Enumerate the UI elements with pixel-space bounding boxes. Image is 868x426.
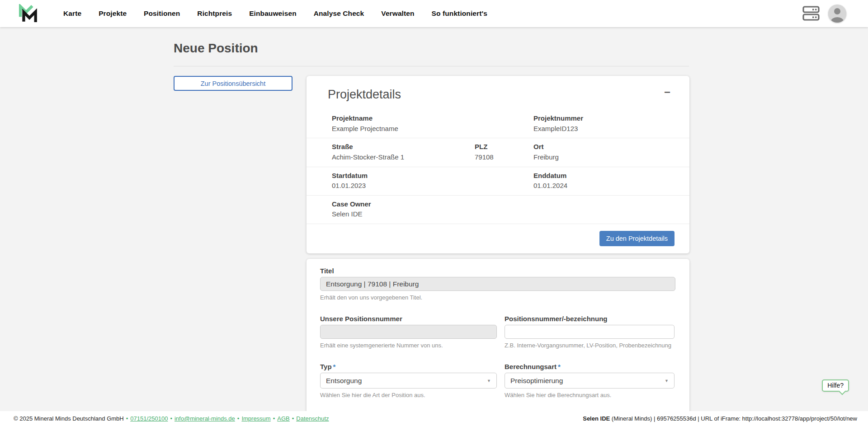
nav-item-verwalten[interactable]: Verwalten [381, 9, 414, 18]
footer-session-details: (Mineral Minds) | 69576255536d | URL of … [610, 415, 857, 422]
project-row-dates: Startdatum 01.01.2023 Enddatum 01.01.202… [307, 167, 689, 196]
nav-item-karte[interactable]: Karte [63, 9, 81, 18]
mineral-minds-logo-icon[interactable] [18, 4, 40, 23]
field-projektname: Projektname Example Projectname [332, 113, 475, 133]
footer-link-email[interactable]: info@mineral-minds.de [175, 415, 235, 422]
positionsnummer-input[interactable] [505, 325, 675, 339]
unsere-positionsnummer-label: Unsere Positionsnummer [320, 315, 497, 323]
chevron-down-icon: ▼ [487, 379, 491, 383]
avatar-head-shape [834, 8, 840, 14]
footer-link-impressum[interactable]: Impressum [241, 415, 270, 422]
footer-session-info: Selen IDE (Mineral Minds) | 69576255536d… [583, 415, 857, 422]
typ-helper-text: Wählen Sie hier die Art der Position aus… [320, 392, 497, 398]
typ-group: Typ* Entsorgung ▼ Wählen Sie hier die Ar… [320, 363, 497, 398]
new-position-form-card: Titel Erhält den von uns vorgegebenen Ti… [307, 259, 689, 426]
title-divider [174, 66, 689, 66]
project-row-name-number: Projektname Example Projectname Projektn… [307, 110, 689, 138]
field-enddatum: Enddatum 01.01.2024 [533, 171, 679, 191]
project-row-owner: Case Owner Selen IDE [307, 196, 689, 224]
main-content-area: Neue Position Zur Positionsübersicht Pro… [0, 27, 868, 426]
typ-select[interactable]: Entsorgung ▼ [320, 373, 497, 389]
unsere-positionsnummer-input [320, 325, 497, 339]
copyright-text: © 2025 Mineral Minds Deutschland GmbH [14, 415, 124, 422]
titel-label: Titel [320, 267, 675, 275]
required-asterisk: * [333, 363, 336, 370]
project-details-title: Projektdetails [328, 88, 401, 102]
footer-link-datenschutz[interactable]: Datenschutz [296, 415, 329, 422]
footer-bar: © 2025 Mineral Minds Deutschland GmbH • … [0, 411, 868, 426]
field-plz: PLZ 79108 [475, 142, 533, 162]
project-row-address: Straße Achim-Stocker-Straße 1 PLZ 79108 … [307, 138, 689, 167]
nav-item-positionen[interactable]: Positionen [144, 9, 180, 18]
main-menu: Karte Projekte Positionen Richtpreis Ein… [63, 9, 487, 18]
field-projektnummer: Projektnummer ExampleID123 [533, 113, 679, 133]
unsere-positionsnummer-helper-text: Erhält eine systemgenerierte Nummer von … [320, 342, 497, 349]
nav-item-analyse-check[interactable]: Analyse Check [314, 9, 364, 18]
footer-separator: • [237, 415, 240, 422]
help-button[interactable]: Hilfe? [822, 379, 849, 392]
avatar-body-shape [831, 17, 844, 23]
user-avatar-icon[interactable] [828, 5, 846, 23]
footer-separator: • [170, 415, 172, 422]
berechnungsart-helper-text: Wählen Sie hier die Berechnungsart aus. [505, 392, 675, 398]
footer-left: © 2025 Mineral Minds Deutschland GmbH • … [14, 415, 329, 422]
titel-helper-text: Erhält den von uns vorgegebenen Titel. [320, 294, 675, 301]
unsere-positionsnummer-group: Unsere Positionsnummer Erhält eine syste… [320, 315, 497, 349]
positionsnummer-group: Positionsnummer/-bezeichnung Z.B. Intern… [505, 315, 675, 349]
footer-separator: • [273, 415, 275, 422]
project-details-card: Projektdetails − Projektname Example Pro… [307, 76, 689, 253]
chevron-down-icon: ▼ [665, 379, 669, 383]
berechnungsart-label: Berechnungsart* [505, 363, 675, 370]
footer-separator: • [126, 415, 128, 422]
back-to-positions-button[interactable]: Zur Positionsübersicht [174, 76, 292, 91]
nav-item-projekte[interactable]: Projekte [99, 9, 127, 18]
top-navigation-bar: Karte Projekte Positionen Richtpreis Ein… [0, 0, 868, 27]
berechnungsart-group: Berechnungsart* Preisoptimierung ▼ Wähle… [505, 363, 675, 398]
right-column: Projektdetails − Projektname Example Pro… [307, 76, 689, 426]
footer-separator: • [292, 415, 294, 422]
field-ort: Ort Freiburg [533, 142, 679, 162]
footer-user-name: Selen IDE [583, 415, 610, 422]
left-column: Zur Positionsübersicht [174, 76, 292, 91]
nav-item-richtpreis[interactable]: Richtpreis [197, 9, 232, 18]
footer-link-agb[interactable]: AGB [277, 415, 289, 422]
go-to-project-details-button[interactable]: Zu den Projektdetails [599, 231, 675, 246]
positionsnummer-label: Positionsnummer/-bezeichnung [505, 315, 675, 323]
field-startdatum: Startdatum 01.01.2023 [332, 171, 475, 191]
nav-item-so-funktionierts[interactable]: So funktioniert's [432, 9, 487, 18]
nav-right-icons [802, 5, 846, 23]
page-title: Neue Position [174, 41, 689, 56]
collapse-card-button[interactable]: − [662, 88, 672, 97]
berechnungsart-select[interactable]: Preisoptimierung ▼ [505, 373, 675, 389]
positionsnummer-helper-text: Z.B. Interne-Vorgangsnummer, LV-Position… [505, 342, 675, 349]
field-case-owner: Case Owner Selen IDE [332, 199, 475, 219]
server-racks-icon[interactable] [802, 5, 820, 22]
nav-item-einbauweisen[interactable]: Einbauweisen [249, 9, 297, 18]
footer-link-phone[interactable]: 07151/250100 [130, 415, 168, 422]
titel-group: Titel Erhält den von uns vorgegebenen Ti… [320, 267, 675, 301]
titel-input [320, 277, 675, 291]
typ-label: Typ* [320, 363, 497, 370]
required-asterisk: * [558, 363, 561, 370]
field-strasse: Straße Achim-Stocker-Straße 1 [332, 142, 475, 162]
